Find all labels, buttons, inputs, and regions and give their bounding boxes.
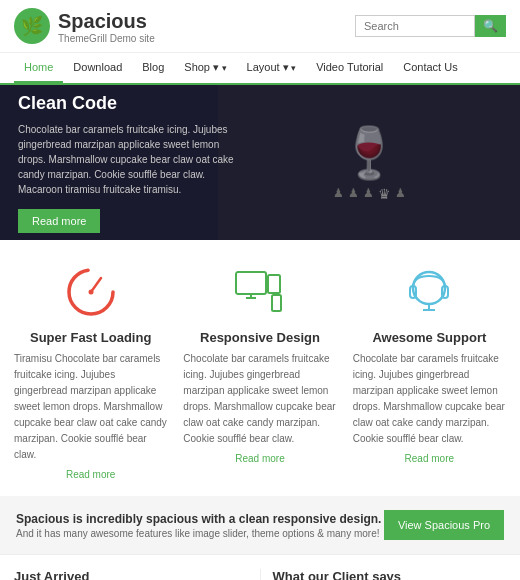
features-section: Super Fast Loading Tiramisu Chocolate ba… bbox=[0, 240, 520, 496]
feature-responsive-link[interactable]: Read more bbox=[183, 453, 336, 464]
nav-item-contact[interactable]: Contact Us bbox=[393, 53, 467, 83]
hero-section: 🍷 ♟ ♟ ♟ ♛ ♟ Clean Code Chocolate bar car… bbox=[0, 85, 520, 240]
site-subtitle: ThemeGrill Demo site bbox=[58, 33, 155, 44]
svg-rect-3 bbox=[236, 272, 266, 294]
promo-text: Spacious is incredibly spacious with a c… bbox=[16, 512, 381, 539]
speed-icon-container bbox=[14, 264, 167, 320]
nav-item-shop[interactable]: Shop ▾ bbox=[174, 53, 236, 83]
feature-speed-desc: Tiramisu Chocolate bar caramels fruitcak… bbox=[14, 351, 167, 463]
hero-read-more-button[interactable]: Read more bbox=[18, 209, 100, 233]
client-says-title: What our Client says bbox=[273, 569, 402, 580]
logo-area: 🌿 Spacious ThemeGrill Demo site bbox=[14, 8, 155, 44]
nav-item-blog[interactable]: Blog bbox=[132, 53, 174, 83]
feature-responsive-desc: Chocolate bar caramels fruitcake icing. … bbox=[183, 351, 336, 447]
nav: Home Download Blog Shop ▾ Layout ▾ Video… bbox=[0, 53, 520, 85]
feature-speed-title: Super Fast Loading bbox=[14, 330, 167, 345]
wine-glass-icon: 🍷 bbox=[338, 124, 400, 182]
logo-text: Spacious ThemeGrill Demo site bbox=[58, 9, 155, 44]
promo-button[interactable]: View Spacious Pro bbox=[384, 510, 504, 540]
feature-support-title: Awesome Support bbox=[353, 330, 506, 345]
search-input[interactable] bbox=[355, 15, 475, 37]
just-arrived-title: Just Arrived bbox=[14, 569, 89, 580]
feature-support-link[interactable]: Read more bbox=[353, 453, 506, 464]
svg-rect-6 bbox=[268, 275, 280, 293]
logo-icon: 🌿 bbox=[14, 8, 50, 44]
promo-banner: Spacious is incredibly spacious with a c… bbox=[0, 496, 520, 554]
header: 🌿 Spacious ThemeGrill Demo site 🔍 bbox=[0, 0, 520, 53]
nav-item-home[interactable]: Home bbox=[14, 53, 63, 83]
svg-rect-7 bbox=[272, 295, 281, 311]
search-area: 🔍 bbox=[355, 15, 506, 37]
feature-speed: Super Fast Loading Tiramisu Chocolate ba… bbox=[14, 264, 167, 480]
nav-item-download[interactable]: Download bbox=[63, 53, 132, 83]
responsive-icon bbox=[234, 270, 286, 314]
svg-line-1 bbox=[91, 278, 101, 292]
feature-responsive-title: Responsive Design bbox=[183, 330, 336, 345]
chess-pieces: ♟ ♟ ♟ ♛ ♟ bbox=[333, 186, 406, 202]
hero-content: Clean Code Chocolate bar caramels fruitc… bbox=[0, 85, 260, 240]
client-says-section: What our Client says ❝ Chocolat bar cara… bbox=[261, 569, 507, 580]
nav-item-video[interactable]: Video Tutorial bbox=[306, 53, 393, 83]
hero-image: 🍷 ♟ ♟ ♟ ♛ ♟ bbox=[218, 85, 520, 240]
feature-responsive: Responsive Design Chocolate bar caramels… bbox=[183, 264, 336, 480]
search-button[interactable]: 🔍 bbox=[475, 15, 506, 37]
site-title: Spacious bbox=[58, 9, 155, 33]
hero-title: Clean Code bbox=[18, 93, 242, 114]
nav-item-layout[interactable]: Layout ▾ bbox=[237, 53, 307, 83]
feature-support: Awesome Support Chocolate bar caramels f… bbox=[353, 264, 506, 480]
feature-support-desc: Chocolate bar caramels fruitcake icing. … bbox=[353, 351, 506, 447]
svg-point-2 bbox=[88, 290, 93, 295]
speed-icon bbox=[65, 266, 117, 318]
promo-subtitle: And it has many awesome features like im… bbox=[16, 528, 381, 539]
feature-speed-link[interactable]: Read more bbox=[14, 469, 167, 480]
hero-description: Chocolate bar caramels fruitcake icing. … bbox=[18, 122, 242, 197]
bottom-section: Just Arrived What our Client says ❝ Choc… bbox=[0, 554, 520, 580]
responsive-icon-container bbox=[183, 264, 336, 320]
support-icon-container bbox=[353, 264, 506, 320]
support-icon bbox=[403, 268, 455, 316]
promo-title: Spacious is incredibly spacious with a c… bbox=[16, 512, 381, 526]
nav-list: Home Download Blog Shop ▾ Layout ▾ Video… bbox=[14, 53, 506, 83]
just-arrived-section: Just Arrived bbox=[14, 569, 261, 580]
